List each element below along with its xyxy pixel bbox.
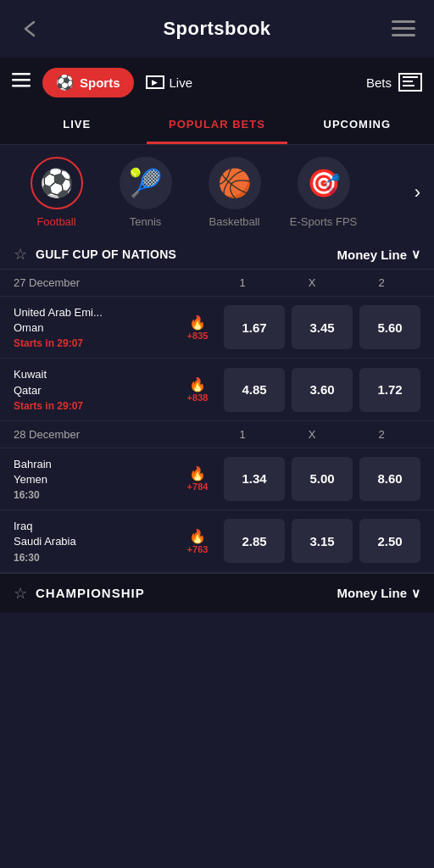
match-row-2: Kuwait Qatar Starts in 29:07 🔥 +838 4.85… bbox=[0, 358, 434, 420]
money-line-label: Money Line bbox=[337, 248, 407, 262]
nav-bar: ⚽ Sports ▶ Live Bets bbox=[0, 58, 434, 107]
hot-badge-2: 🔥 +838 bbox=[178, 376, 217, 403]
date-label-1: 27 December bbox=[14, 276, 80, 289]
odds-btn-4-2[interactable]: 2.50 bbox=[359, 519, 420, 563]
sport-esports[interactable]: 🎯 E-Sports FPS bbox=[279, 157, 368, 228]
menu-button[interactable] bbox=[388, 14, 419, 44]
odds-group-2: 4.85 3.60 1.72 bbox=[224, 368, 420, 412]
tab-upcoming[interactable]: UPCOMING bbox=[287, 107, 427, 144]
odds-btn-4-1[interactable]: 2.85 bbox=[224, 519, 285, 563]
fire-icon-1: 🔥 bbox=[189, 314, 206, 331]
odds-btn-1-x[interactable]: 3.45 bbox=[292, 305, 353, 349]
team2-1: Oman bbox=[14, 321, 43, 334]
odds-btn-4-x[interactable]: 3.15 bbox=[292, 519, 353, 563]
fire-icon-2: 🔥 bbox=[189, 376, 206, 392]
svg-rect-7 bbox=[403, 81, 413, 82]
svg-rect-2 bbox=[392, 34, 415, 36]
bets-button[interactable]: Bets bbox=[366, 73, 422, 92]
tab-popular-label: POPULAR BETS bbox=[169, 118, 265, 131]
fire-icon-3: 🔥 bbox=[189, 465, 206, 481]
odds-group-4: 2.85 3.15 2.50 bbox=[224, 519, 420, 563]
event-group-title: GULF CUP OF NATIONS bbox=[36, 247, 176, 262]
sport-tennis[interactable]: 🎾 Tennis bbox=[101, 157, 190, 228]
football-icon: ⚽ bbox=[31, 157, 83, 209]
tennis-label: Tennis bbox=[130, 215, 162, 228]
date-label-2: 28 December bbox=[14, 428, 80, 441]
sports-row: ⚽ Football 🎾 Tennis 🏀 Basketball 🎯 E-Spo… bbox=[0, 145, 434, 236]
sport-basketball[interactable]: 🏀 Basketball bbox=[190, 157, 279, 228]
tennis-icon: 🎾 bbox=[120, 157, 172, 209]
match-info-4: Iraq Saudi Arabia 16:30 bbox=[14, 519, 171, 563]
tabs-bar: LIVE POPULAR BETS UPCOMING bbox=[0, 107, 434, 145]
team1-1: United Arab Emi... bbox=[14, 306, 103, 319]
outcome-labels-2: 1 X 2 bbox=[212, 428, 412, 441]
soccer-ball-icon: ⚽ bbox=[56, 74, 74, 92]
bottom-chevron-down-icon: ∨ bbox=[411, 586, 420, 601]
teams-4: Iraq Saudi Arabia bbox=[14, 519, 171, 549]
odds-btn-1-1[interactable]: 1.67 bbox=[224, 305, 285, 349]
starts-in-2: Starts in 29:07 bbox=[14, 400, 171, 412]
starts-in-4: 16:30 bbox=[14, 552, 171, 564]
svg-rect-0 bbox=[392, 20, 415, 23]
bottom-section-left: ☆ CHAMPIONSHIP bbox=[14, 584, 145, 603]
match-row-4: Iraq Saudi Arabia 16:30 🔥 +763 2.85 3.15… bbox=[0, 509, 434, 571]
outcome2-x-label: X bbox=[281, 428, 342, 441]
outcome-labels-1: 1 X 2 bbox=[212, 276, 412, 289]
live-button[interactable]: ▶ Live bbox=[146, 75, 193, 90]
svg-rect-6 bbox=[403, 76, 418, 78]
chevron-down-icon: ∨ bbox=[411, 247, 420, 262]
tab-popular-bets[interactable]: POPULAR BETS bbox=[147, 107, 287, 144]
bottom-star-icon[interactable]: ☆ bbox=[14, 584, 27, 603]
bets-label: Bets bbox=[366, 75, 392, 90]
match-info-2: Kuwait Qatar Starts in 29:07 bbox=[14, 367, 171, 411]
svg-rect-4 bbox=[12, 79, 31, 81]
odds-btn-2-1[interactable]: 4.85 bbox=[224, 368, 285, 412]
team1-4: Iraq bbox=[14, 520, 32, 532]
odds-btn-3-x[interactable]: 5.00 bbox=[292, 457, 353, 501]
teams-2: Kuwait Qatar bbox=[14, 367, 171, 398]
money-line-button[interactable]: Money Line ∨ bbox=[337, 247, 420, 262]
star-icon[interactable]: ☆ bbox=[14, 245, 27, 264]
team2-3: Yemen bbox=[14, 473, 47, 486]
hot-num-1: +835 bbox=[187, 331, 209, 341]
odds-btn-3-2[interactable]: 8.60 bbox=[359, 457, 420, 501]
play-icon: ▶ bbox=[146, 75, 164, 89]
odds-btn-1-2[interactable]: 5.60 bbox=[359, 305, 420, 349]
teams-3: Bahrain Yemen bbox=[14, 457, 171, 487]
svg-rect-1 bbox=[392, 27, 415, 30]
hot-num-4: +763 bbox=[187, 544, 209, 554]
outcome-x-label: X bbox=[281, 276, 342, 289]
nav-hamburger-icon[interactable] bbox=[12, 71, 31, 93]
team2-2: Qatar bbox=[14, 384, 42, 397]
sports-chevron-icon[interactable]: › bbox=[415, 181, 424, 203]
football-label: Football bbox=[36, 215, 75, 228]
starts-in-3: 16:30 bbox=[14, 489, 171, 501]
svg-rect-3 bbox=[12, 73, 31, 75]
tab-upcoming-label: UPCOMING bbox=[324, 118, 392, 131]
outcome2-1-label: 1 bbox=[212, 428, 273, 441]
sports-button[interactable]: ⚽ Sports bbox=[42, 68, 134, 97]
back-button[interactable] bbox=[15, 14, 46, 44]
esports-icon: 🎯 bbox=[298, 157, 350, 209]
match-row-1: United Arab Emi... Oman Starts in 29:07 … bbox=[0, 296, 434, 358]
bottom-money-line-button[interactable]: Money Line ∨ bbox=[337, 586, 420, 601]
basketball-label: Basketball bbox=[209, 215, 260, 228]
sport-football[interactable]: ⚽ Football bbox=[12, 157, 101, 228]
page-title: Sportsbook bbox=[163, 18, 270, 40]
odds-btn-3-1[interactable]: 1.34 bbox=[224, 457, 285, 501]
bottom-section-title: CHAMPIONSHIP bbox=[36, 586, 145, 600]
match-info-1: United Arab Emi... Oman Starts in 29:07 bbox=[14, 305, 171, 349]
match-row-3: Bahrain Yemen 16:30 🔥 +784 1.34 5.00 8.6… bbox=[0, 448, 434, 509]
teams-1: United Arab Emi... Oman bbox=[14, 305, 171, 336]
match-info-3: Bahrain Yemen 16:30 bbox=[14, 457, 171, 501]
team1-3: Bahrain bbox=[14, 458, 52, 470]
hot-badge-3: 🔥 +784 bbox=[178, 465, 217, 492]
odds-btn-2-2[interactable]: 1.72 bbox=[359, 368, 420, 412]
odds-btn-2-x[interactable]: 3.60 bbox=[292, 368, 353, 412]
outcome-2-label: 2 bbox=[351, 276, 412, 289]
esports-label: E-Sports FPS bbox=[290, 215, 357, 228]
team2-4: Saudi Arabia bbox=[14, 535, 76, 548]
hot-badge-4: 🔥 +763 bbox=[178, 528, 217, 554]
tab-live[interactable]: LIVE bbox=[7, 107, 147, 144]
hot-num-2: +838 bbox=[187, 392, 209, 403]
